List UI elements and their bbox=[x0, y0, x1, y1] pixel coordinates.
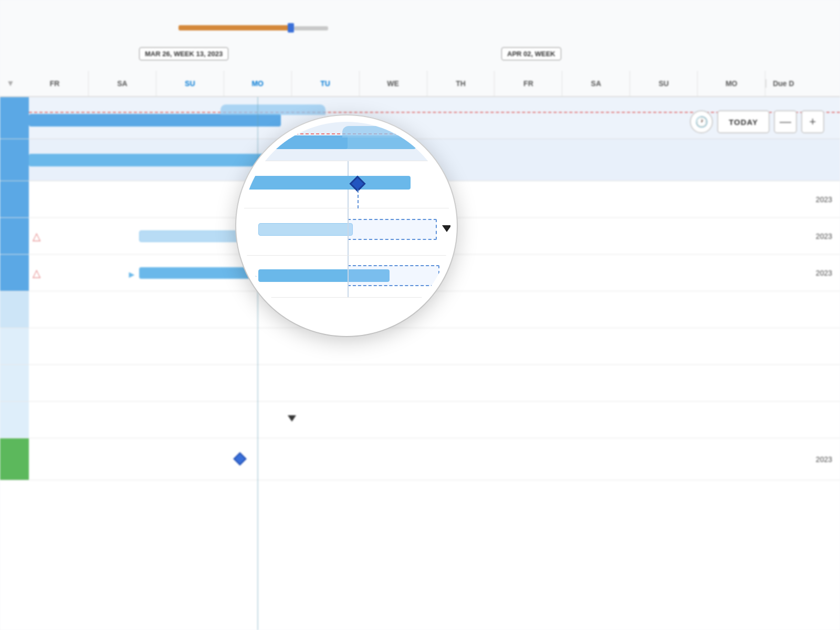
week-label-2: APR 02, WEEK bbox=[501, 47, 561, 60]
gantt-row-9 bbox=[0, 402, 840, 438]
gantt-row-7 bbox=[0, 328, 840, 365]
magnifier-inner: ► bbox=[243, 122, 450, 330]
day-mo1: MO bbox=[224, 71, 292, 96]
day-we: WE bbox=[360, 71, 427, 96]
day-header-row: ▼ FR SA SU MO TU WE TH FR SA SU MO Due D bbox=[0, 71, 840, 97]
mag-row-group bbox=[243, 122, 450, 161]
mag-vline-3 bbox=[348, 256, 349, 297]
row-color-3 bbox=[0, 181, 29, 217]
row-color-1 bbox=[0, 97, 29, 139]
day-sa: SA bbox=[89, 71, 156, 96]
header-bar-blue bbox=[288, 23, 294, 33]
day-fr1: FR bbox=[21, 71, 89, 96]
arrow-left-5: ► bbox=[127, 269, 136, 280]
magnifier-overlay: ► bbox=[236, 116, 457, 336]
due-date-header-cell: Due D bbox=[765, 79, 840, 88]
day-mo2: MO bbox=[698, 71, 765, 96]
mag-milestone-line bbox=[358, 190, 359, 208]
mag-bar-row2 bbox=[243, 176, 411, 190]
mag-bar-light bbox=[258, 223, 353, 236]
row-color-5 bbox=[0, 255, 29, 291]
day-su2: SU bbox=[630, 71, 698, 96]
gantt-header: MAR 26, WEEK 13, 2023 APR 02, WEEK ▼ FR … bbox=[0, 0, 840, 97]
due-date-10: 2023 bbox=[816, 455, 832, 464]
row-color-8 bbox=[0, 365, 29, 401]
mag-arrow-left: ► bbox=[250, 271, 258, 281]
milestone-row10 bbox=[233, 452, 246, 465]
mag-dashed-box-2 bbox=[348, 265, 439, 286]
row-color-6 bbox=[0, 291, 29, 328]
mag-row-milestone bbox=[243, 161, 450, 208]
mag-dashed-box bbox=[348, 219, 437, 240]
toolbar-controls: 🕐 TODAY — + bbox=[690, 110, 824, 133]
bar-row1-top bbox=[220, 104, 326, 115]
mag-row-4: ► bbox=[243, 256, 450, 298]
filter-icon[interactable]: ▼ bbox=[0, 71, 21, 96]
week-label-1: MAR 26, WEEK 13, 2023 bbox=[139, 47, 228, 60]
row-color-4 bbox=[0, 218, 29, 254]
day-fr2: FR bbox=[495, 71, 562, 96]
header-bar-grey bbox=[294, 26, 328, 30]
day-su: SU bbox=[156, 71, 224, 96]
due-date-5: 2023 bbox=[816, 269, 832, 277]
gantt-row-10: 2023 bbox=[0, 438, 840, 480]
alert-icon-4: △ bbox=[33, 230, 40, 243]
zoom-minus-button[interactable]: — bbox=[774, 110, 797, 133]
row-color-9 bbox=[0, 402, 29, 438]
mag-bar-top bbox=[342, 126, 411, 138]
alert-icon-5: △ bbox=[33, 267, 40, 279]
day-sa2: SA bbox=[562, 71, 630, 96]
mag-dropdown-arrow bbox=[442, 225, 452, 232]
day-tu: TU bbox=[292, 71, 360, 96]
mag-row-dashed bbox=[243, 208, 450, 256]
clock-button[interactable]: 🕐 bbox=[690, 110, 713, 133]
dropdown-arrow-9 bbox=[288, 415, 296, 422]
today-button[interactable]: TODAY bbox=[717, 110, 770, 133]
mag-vline-2 bbox=[348, 208, 349, 255]
due-date-4: 2023 bbox=[816, 232, 832, 240]
row-color-10 bbox=[0, 438, 29, 480]
row-color-2 bbox=[0, 139, 29, 181]
gantt-row-8 bbox=[0, 365, 840, 402]
zoom-plus-button[interactable]: + bbox=[801, 110, 824, 133]
due-date-3: 2023 bbox=[816, 195, 832, 204]
row-color-7 bbox=[0, 328, 29, 364]
header-bar-orange bbox=[178, 25, 294, 30]
day-th: TH bbox=[427, 71, 495, 96]
